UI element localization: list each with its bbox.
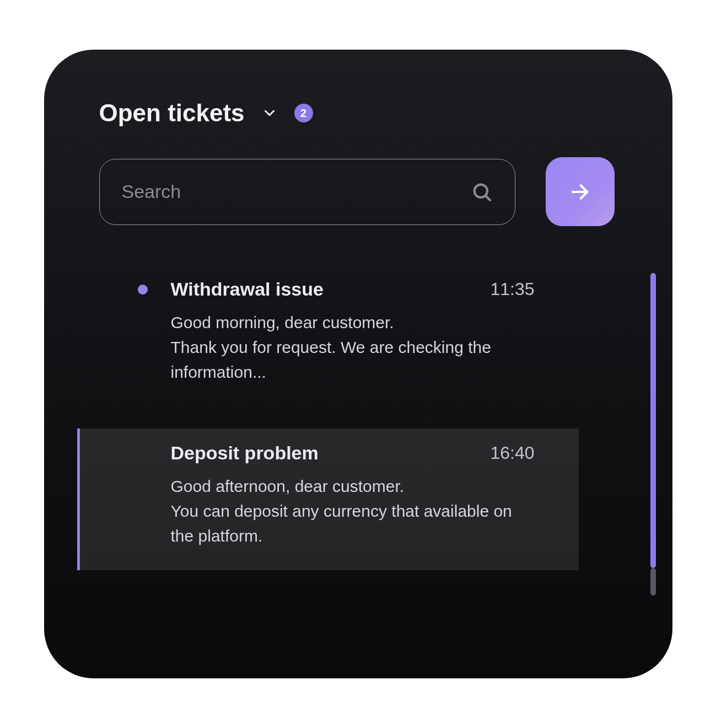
filter-dropdown-toggle[interactable] — [261, 105, 278, 121]
ticket-title: Deposit problem — [171, 442, 491, 464]
open-count-badge: 2 — [294, 104, 313, 122]
ticket-item[interactable]: Withdrawal issue 11:35 Good morning, dea… — [99, 265, 579, 406]
search-input[interactable] — [122, 181, 471, 202]
svg-line-1 — [486, 196, 490, 200]
panel-title: Open tickets — [99, 99, 245, 127]
ticket-title: Withdrawal issue — [171, 279, 491, 300]
tickets-panel: Open tickets 2 Withdrawal issue 11:35 Go… — [44, 50, 672, 678]
scrollbar-track-remainder — [650, 568, 656, 596]
ticket-time: 11:35 — [490, 279, 534, 299]
search-submit-button[interactable] — [546, 157, 615, 226]
chevron-down-icon — [261, 105, 278, 121]
panel-header: Open tickets 2 — [99, 99, 628, 127]
ticket-time: 16:40 — [490, 443, 534, 463]
arrow-right-icon — [569, 181, 591, 203]
ticket-item[interactable]: Deposit problem 16:40 Good afternoon, de… — [77, 429, 579, 570]
search-icon — [471, 181, 493, 203]
ticket-list: Withdrawal issue 11:35 Good morning, dea… — [99, 265, 628, 570]
search-field[interactable] — [99, 159, 515, 225]
ticket-preview: Good morning, dear customer. Thank you f… — [138, 310, 535, 384]
scrollbar[interactable] — [650, 273, 656, 576]
scrollbar-thumb[interactable] — [650, 273, 656, 568]
ticket-preview: Good afternoon, dear customer. You can d… — [138, 474, 535, 548]
search-row — [99, 157, 628, 226]
unread-dot-icon — [138, 285, 148, 295]
